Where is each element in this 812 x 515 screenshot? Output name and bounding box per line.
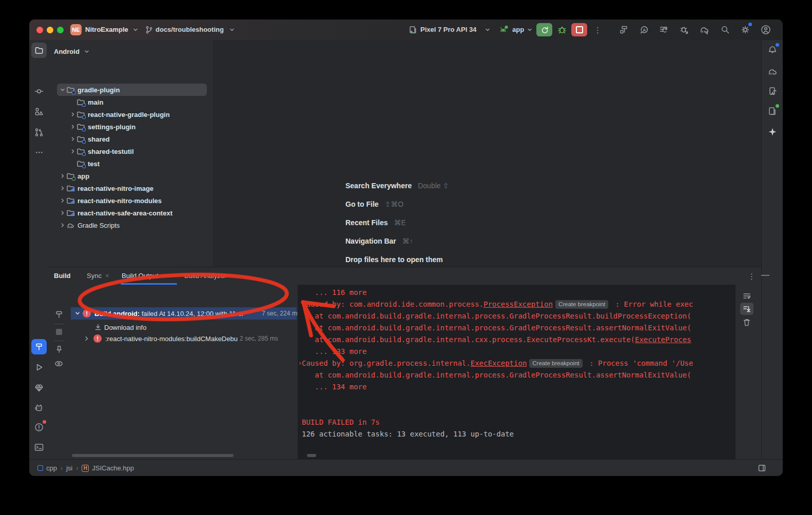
view-options-button[interactable] <box>53 358 65 369</box>
build-button[interactable] <box>618 24 630 36</box>
failed-task-row[interactable]: ! :react-native-nitro-modules:buildCMake… <box>84 332 278 345</box>
more-actions-kebab[interactable]: ⋮ <box>594 26 602 35</box>
gemini-button[interactable] <box>766 126 779 138</box>
close-icon[interactable]: × <box>162 267 166 285</box>
create-breakpoint-pill[interactable]: Create breakpoint <box>555 300 608 309</box>
soft-wrap-button[interactable] <box>741 290 753 302</box>
tree-item-react-native-gradle-plugin[interactable]: react-native-gradle-plugin <box>55 108 225 121</box>
tree-item-react-native-safe-area-context[interactable]: react-native-safe-area-context <box>55 207 215 219</box>
module-folder-icon <box>76 147 85 155</box>
breadcrumb-jsi[interactable]: jsi <box>66 464 72 472</box>
right-tool-strip <box>761 40 783 459</box>
project-name[interactable]: NitroExample <box>85 19 128 40</box>
problems-notification-dot <box>43 420 46 424</box>
module-folder-icon <box>76 160 85 168</box>
close-icon[interactable]: × <box>230 267 234 285</box>
close-window-button[interactable] <box>36 27 43 33</box>
breadcrumb[interactable]: cpp › jsi › H JSICache.hpp <box>37 464 134 472</box>
tree-item-shared[interactable]: shared <box>55 133 225 145</box>
run-config-name[interactable]: app <box>512 19 524 40</box>
gradle-elephant-icon <box>767 67 778 77</box>
tree-item-react-native-nitro-modules[interactable]: react-native-nitro-modules <box>55 194 215 207</box>
branch-name[interactable]: docs/troubleshooting <box>156 19 224 40</box>
exception-link[interactable]: ExecuteProces <box>635 335 691 344</box>
logcat-tool-button[interactable] <box>33 402 45 414</box>
tree-item-gradle-scripts[interactable]: Gradle Scripts <box>55 219 215 231</box>
console-line: ... 134 more <box>298 381 736 393</box>
chevron-right-icon[interactable] <box>84 335 90 342</box>
tree-item-shared-testutil[interactable]: shared-testutil <box>55 145 225 157</box>
tasks-summary-line: 126 actionable tasks: 13 executed, 113 u… <box>298 428 736 440</box>
minimize-window-button[interactable] <box>47 27 53 33</box>
project-view-selector[interactable]: Android <box>54 40 89 63</box>
console-gutter <box>736 285 761 460</box>
tree-item-test[interactable]: test <box>55 157 233 170</box>
exception-link[interactable]: ProcessException <box>484 300 553 308</box>
create-breakpoint-pill[interactable]: Create breakpoint <box>529 359 582 368</box>
chevron-down-icon[interactable] <box>74 310 81 316</box>
running-devices-button[interactable] <box>766 105 779 117</box>
divider <box>54 341 64 341</box>
app-quality-insights-tool-button[interactable] <box>33 382 45 394</box>
search-button[interactable] <box>719 24 731 36</box>
build-panel-title: Build <box>54 267 71 285</box>
tree-item-settings-plugin[interactable]: settings-plugin <box>55 121 225 133</box>
build-root-row[interactable]: ! Build android: failed At 14.10.24, 12:… <box>74 307 296 320</box>
tree-item-app[interactable]: app <box>55 170 215 182</box>
gradle-sync-button[interactable] <box>698 24 710 36</box>
chevron-down-icon <box>60 87 65 92</box>
hide-panel-button[interactable]: — <box>761 270 769 280</box>
fold-chevron-icon[interactable]: › <box>298 358 302 369</box>
error-circle-icon <box>34 422 44 432</box>
gradle-panel-button[interactable] <box>766 66 779 78</box>
stop-button[interactable] <box>571 23 587 36</box>
clear-console-button[interactable] <box>741 316 753 328</box>
profiler-button[interactable] <box>678 24 690 36</box>
run-tool-button[interactable] <box>33 361 45 373</box>
more-tool-windows-button[interactable]: ⋯ <box>33 146 45 159</box>
rerun-button[interactable] <box>536 23 552 36</box>
tree-horizontal-scrollbar[interactable] <box>72 454 234 457</box>
build-variants-button[interactable] <box>658 24 670 36</box>
tab-sync[interactable]: Sync× <box>87 267 109 285</box>
apply-changes-button[interactable]: A <box>638 24 650 36</box>
debug-button[interactable] <box>556 24 568 36</box>
exception-link[interactable]: ExecException <box>471 359 527 367</box>
close-icon[interactable]: × <box>105 267 109 285</box>
pin-tab-button[interactable] <box>53 344 65 355</box>
tab-build-output[interactable]: Build Output× <box>122 267 166 285</box>
download-info-row[interactable]: Download info <box>94 321 146 333</box>
build-restart-button[interactable] <box>53 309 65 320</box>
terminal-tool-button[interactable] <box>33 441 45 453</box>
build-hammer-icon <box>619 25 629 35</box>
tree-item-react-native-nitro-image[interactable]: react-native-nitro-image <box>55 182 215 194</box>
build-duration: 7 sec, 224 ms <box>262 310 300 317</box>
scroll-to-end-button[interactable] <box>741 303 753 315</box>
shortcut-drop-files: Drop files here to open them <box>345 253 443 266</box>
maximize-window-button[interactable] <box>57 27 64 33</box>
divider <box>54 324 64 324</box>
profile-button[interactable] <box>760 24 772 36</box>
breadcrumb-cpp[interactable]: cpp <box>46 464 57 472</box>
tab-label: Sync <box>87 267 102 285</box>
build-panel-options-kebab[interactable]: ⋮ <box>748 272 756 281</box>
tree-item-gradle-plugin[interactable]: gradle-plugin <box>55 84 215 96</box>
problems-tool-button[interactable] <box>33 421 45 433</box>
build-tool-button-active[interactable] <box>31 339 47 354</box>
console-line: at com.android.build.gradle.internal.pro… <box>298 322 736 334</box>
tree-item-label: react-native-nitro-image <box>78 185 153 192</box>
device-manager-button[interactable] <box>766 85 779 97</box>
resource-manager-tool-button[interactable] <box>33 106 45 118</box>
project-tool-button[interactable] <box>31 43 47 58</box>
notifications-button[interactable] <box>766 44 779 56</box>
window-layout-icon <box>758 464 766 472</box>
console-horizontal-scrollbar[interactable] <box>307 454 316 457</box>
pull-requests-tool-button[interactable] <box>33 126 45 138</box>
settings-button[interactable] <box>739 24 751 36</box>
layout-toggle-button[interactable] <box>758 464 766 474</box>
device-selector[interactable]: Pixel 7 Pro API 34 <box>420 19 476 40</box>
commit-tool-button[interactable] <box>33 85 45 97</box>
tab-build-analyzer[interactable]: Build Analyzer× <box>184 267 234 285</box>
breadcrumb-file[interactable]: JSICache.hpp <box>92 464 134 472</box>
tree-item-main[interactable]: main <box>55 96 233 108</box>
